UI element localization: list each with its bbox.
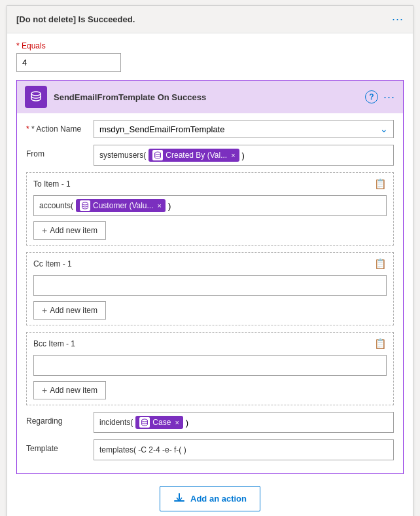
cc-section: Cc Item - 1 📋 + Add new item — [26, 252, 394, 325]
to-copy-icon[interactable]: 📋 — [374, 178, 387, 190]
to-token-db-icon — [80, 200, 90, 211]
chevron-down-icon: ⌄ — [380, 124, 388, 134]
regarding-row: Regarding incidents( — [26, 412, 394, 433]
action-name-label: * * Action Name — [26, 120, 88, 134]
to-section-header: To Item - 1 📋 — [33, 178, 387, 190]
help-icon[interactable]: ? — [365, 90, 378, 103]
bcc-label: Bcc Item - 1 — [33, 339, 75, 348]
action-menu-icon[interactable]: ··· — [383, 90, 395, 104]
main-card: [Do not delete] Is Succeeded. ··· * Equa… — [7, 5, 413, 516]
add-action-label: Add an action — [190, 494, 247, 504]
action-name-row: * * Action Name msdyn_SendEmailFromTempl… — [26, 120, 394, 138]
to-token-label: Customer (Valu... — [93, 201, 153, 210]
regarding-token-label: Case — [152, 418, 171, 427]
from-prefix: systemusers( — [99, 151, 146, 160]
card-header: [Do not delete] Is Succeeded. ··· — [7, 6, 413, 33]
equals-label: * Equals — [16, 41, 404, 50]
send-email-icon — [25, 86, 47, 108]
svg-point-0 — [31, 92, 41, 96]
db-icon-svg — [29, 90, 43, 103]
from-label: From — [26, 145, 88, 158]
regarding-prefix: incidents( — [99, 418, 133, 427]
to-token: Customer (Valu... × — [76, 199, 166, 212]
action-header: SendEmailFromTemplate On Success ? ··· — [17, 81, 403, 113]
to-token-close[interactable]: × — [158, 202, 162, 210]
card-header-menu-icon[interactable]: ··· — [392, 12, 404, 26]
to-add-item-label: Add new item — [50, 226, 97, 235]
bcc-add-item-button[interactable]: + Add new item — [33, 381, 106, 399]
from-token-label: Created By (Val... — [166, 151, 227, 160]
svg-point-3 — [142, 419, 148, 422]
template-label: Template — [26, 439, 88, 453]
regarding-label: Regarding — [26, 412, 88, 426]
action-name-select[interactable]: msdyn_SendEmailFromTemplate ⌄ — [94, 120, 394, 138]
regarding-token-input[interactable]: incidents( Case × — [94, 412, 394, 433]
regarding-token-db-icon — [139, 417, 150, 428]
to-token-input[interactable]: accounts( Customer (Valu... × — [33, 195, 387, 216]
action-block: SendEmailFromTemplate On Success ? ··· *… — [16, 80, 404, 474]
template-row: Template templates( -C 2-4 -e- f-( ) — [26, 439, 394, 460]
bcc-plus-icon: + — [42, 385, 47, 396]
cc-add-item-button[interactable]: + Add new item — [33, 301, 106, 320]
card-body: * Equals SendEmailFromTemplate On Suc — [7, 33, 413, 516]
bcc-token-input[interactable] — [33, 355, 387, 376]
regarding-token: Case × — [135, 416, 183, 429]
template-value: templates( -C 2-4 -e- f-( ) — [94, 439, 394, 460]
add-action-button[interactable]: Add an action — [160, 486, 260, 511]
to-plus-icon: + — [42, 225, 47, 236]
svg-rect-5 — [179, 493, 180, 500]
regarding-token-close[interactable]: × — [175, 418, 179, 426]
add-action-container: Add an action — [16, 486, 404, 511]
cc-label: Cc Item - 1 — [33, 259, 72, 268]
to-section: To Item - 1 📋 accounts( — [26, 172, 394, 246]
svg-point-2 — [82, 202, 88, 205]
bcc-copy-icon[interactable]: 📋 — [374, 338, 387, 350]
card-header-title: [Do not delete] Is Succeeded. — [16, 14, 135, 24]
from-row: From systemusers( — [26, 145, 394, 166]
to-prefix: accounts( — [39, 201, 73, 210]
regarding-value: incidents( Case × — [94, 412, 394, 433]
action-body: * * Action Name msdyn_SendEmailFromTempl… — [17, 113, 403, 473]
equals-field-group: * Equals — [16, 41, 404, 72]
action-title: SendEmailFromTemplate On Success — [54, 92, 206, 102]
cc-add-item-label: Add new item — [50, 306, 97, 315]
from-token-db-icon — [152, 150, 163, 160]
cc-copy-icon[interactable]: 📋 — [374, 258, 387, 270]
template-token-input[interactable]: templates( -C 2-4 -e- f-( ) — [94, 439, 394, 460]
cc-plus-icon: + — [42, 305, 47, 316]
from-token-input[interactable]: systemusers( Created By (Val... — [94, 145, 394, 166]
to-add-item-button[interactable]: + Add new item — [33, 221, 106, 240]
template-text: templates( -C 2-4 -e- f-( ) — [99, 445, 186, 454]
from-token-close[interactable]: × — [231, 151, 235, 159]
svg-point-1 — [155, 152, 161, 155]
cc-section-header: Cc Item - 1 📋 — [33, 258, 387, 270]
bcc-add-item-label: Add new item — [50, 386, 97, 395]
from-value: systemusers( Created By (Val... — [94, 145, 394, 166]
action-header-left: SendEmailFromTemplate On Success — [25, 86, 206, 108]
action-name-selected: msdyn_SendEmailFromTemplate — [99, 124, 224, 134]
bcc-section: Bcc Item - 1 📋 + Add new item — [26, 332, 394, 405]
to-label: To Item - 1 — [33, 179, 71, 189]
bcc-section-header: Bcc Item - 1 📋 — [33, 338, 387, 350]
action-header-right: ? ··· — [365, 90, 395, 104]
action-name-value: msdyn_SendEmailFromTemplate ⌄ — [94, 120, 394, 138]
add-action-icon — [173, 492, 185, 506]
equals-input[interactable] — [16, 53, 121, 72]
from-token: Created By (Val... × — [149, 149, 239, 162]
cc-token-input[interactable] — [33, 275, 387, 296]
